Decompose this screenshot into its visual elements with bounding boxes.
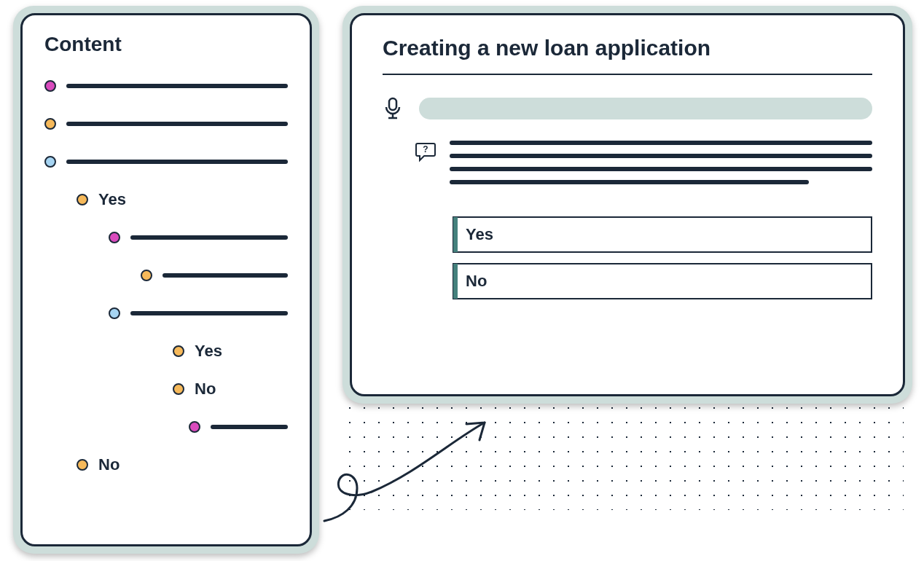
tree-dot-icon [44,80,56,92]
tree-dot-icon [77,459,88,471]
tree-dot-icon [44,156,56,168]
tree-item-label: Yes [195,342,222,361]
tree-item-label: No [98,455,120,474]
voice-input-row [383,97,872,120]
tree-item-bar [66,84,288,88]
tree-row[interactable] [44,417,288,436]
question-bubble-icon: ? [415,141,436,162]
divider [383,74,872,75]
tree-item-bar [163,273,288,278]
tree-row[interactable] [44,228,288,247]
tree-item-bar [66,122,288,126]
tree-row[interactable] [44,114,288,133]
tree-row[interactable]: No [44,455,288,474]
content-tree-rows: YesYesNoNo [44,76,288,474]
tree-dot-icon [44,118,56,130]
content-tree-card: Content YesYesNoNo [13,6,319,554]
tree-row[interactable]: No [44,380,288,399]
tree-dot-icon [77,194,88,205]
tree-dot-icon [141,270,152,281]
content-tree-title: Content [44,33,288,56]
page-title: Creating a new loan application [383,36,872,60]
tree-dot-icon [109,307,120,319]
tree-item-bar [130,311,288,315]
question-text-placeholder [450,141,872,193]
tree-row[interactable]: Yes [44,342,288,361]
loan-app-card: Creating a new loan application ? YesNo [342,6,912,404]
tree-row[interactable] [44,304,288,323]
tree-dot-icon [189,421,200,433]
answer-option[interactable]: No [453,263,872,299]
tree-item-bar [211,425,288,429]
tree-dot-icon [173,345,184,357]
tree-row[interactable] [44,76,288,95]
arrow-connector [313,408,517,532]
tree-row[interactable]: Yes [44,190,288,209]
tree-row[interactable] [44,152,288,171]
tree-item-bar [130,235,288,240]
tree-row[interactable] [44,266,288,285]
voice-input-pill[interactable] [419,98,872,119]
answer-options: YesNo [453,216,872,299]
svg-rect-0 [389,98,396,110]
tree-item-label: No [195,380,216,399]
answer-option[interactable]: Yes [453,216,872,253]
tree-item-bar [66,160,288,164]
tree-item-label: Yes [98,190,126,209]
tree-dot-icon [173,383,184,395]
microphone-icon [383,97,403,120]
tree-dot-icon [109,232,120,243]
svg-text:?: ? [423,144,428,154]
question-row: ? [383,141,872,193]
